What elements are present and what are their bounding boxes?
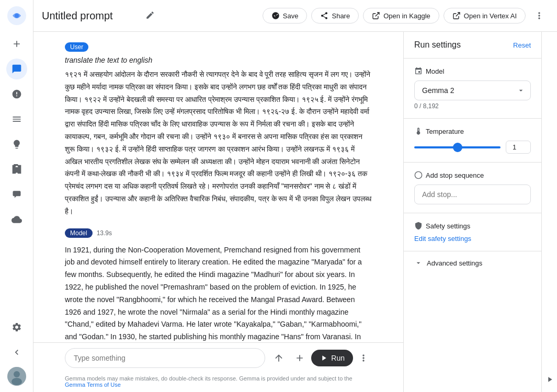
shield-icon — [414, 222, 423, 230]
topbar-more-menu[interactable] — [530, 6, 549, 25]
sidebar-item-new[interactable] — [6, 33, 27, 54]
stop-icon — [414, 171, 423, 179]
open-kaggle-button[interactable]: Open in Kaggle — [363, 8, 439, 24]
run-settings-title: Run settings — [414, 40, 461, 50]
terms-link[interactable]: Gemma Terms of Use — [65, 382, 121, 388]
hindi-body: १९२१ में असहयोग आंदोलन के दौरान सरकारी न… — [65, 68, 372, 218]
svg-point-4 — [12, 378, 22, 385]
right-panel: Run settings Reset Model Gemma 2Gemma 1.… — [403, 32, 541, 392]
messages-scroll[interactable]: User translate the text to english १९२१ … — [33, 32, 403, 342]
content-area: User translate the text to english १९२१ … — [33, 32, 557, 392]
open-vertex-icon — [452, 11, 461, 20]
input-actions: Run — [269, 349, 372, 367]
safety-label: Safety settings — [414, 222, 531, 230]
app-logo[interactable] — [7, 6, 26, 25]
share-icon — [320, 11, 328, 20]
temperature-label: Temperature — [414, 127, 531, 135]
right-panel-expand[interactable] — [541, 32, 557, 392]
topbar-actions: Save Share Open in Kaggle Open in Vertex… — [263, 6, 549, 25]
save-icon — [271, 11, 280, 20]
external-link-icon — [372, 11, 380, 20]
save-button[interactable]: Save — [263, 8, 308, 24]
stop-sequence-section: Add stop sequence — [404, 163, 541, 213]
temperature-control — [414, 141, 531, 154]
sidebar-item-cloud[interactable] — [6, 209, 27, 230]
sidebar — [0, 0, 33, 392]
sidebar-item-chat[interactable] — [6, 59, 27, 79]
page-title: Untitled prompt — [42, 10, 139, 22]
sidebar-item-book[interactable] — [6, 159, 27, 180]
main-area: Untitled prompt Save Share Open in Kaggl… — [33, 0, 557, 392]
input-bar: Run — [33, 342, 403, 373]
chevron-down-icon — [414, 259, 423, 267]
svg-line-5 — [376, 13, 379, 16]
open-vertex-button[interactable]: Open in Vertex AI — [444, 8, 526, 24]
user-message: User translate the text to english १९२१ … — [65, 42, 372, 218]
advanced-settings-toggle[interactable]: Advanced settings — [414, 259, 531, 267]
sidebar-item-chat2[interactable] — [6, 184, 27, 205]
model-message: Model 13.9s In 1921, during the Non-Coop… — [65, 228, 372, 342]
share-button[interactable]: Share — [311, 8, 359, 24]
sidebar-item-warning[interactable] — [6, 84, 27, 105]
svg-point-7 — [415, 171, 422, 178]
svg-line-6 — [456, 13, 459, 16]
user-text: translate the text to english — [65, 56, 372, 64]
user-badge: User — [65, 42, 88, 52]
sidebar-item-lightbulb[interactable] — [6, 134, 27, 155]
english-body: In 1921, during the Non-Cooperation Move… — [65, 244, 372, 342]
expand-icon — [545, 375, 554, 384]
token-count: 0 / 8,192 — [414, 102, 531, 110]
add-content-icon[interactable] — [290, 349, 309, 367]
svg-point-1 — [15, 14, 19, 18]
send-up-icon[interactable] — [269, 349, 288, 367]
svg-point-3 — [14, 371, 20, 377]
chat-input[interactable] — [74, 354, 256, 362]
temperature-icon — [414, 127, 423, 135]
sidebar-settings[interactable] — [6, 317, 27, 338]
model-section: Model Gemma 2Gemma 1.1Gemma 7B 0 / 8,192 — [404, 59, 541, 119]
chat-input-container[interactable] — [65, 348, 265, 368]
model-label: Model — [414, 67, 531, 75]
model-badge-row: Model 13.9s — [65, 228, 372, 238]
advanced-settings-section: Advanced settings — [404, 251, 541, 274]
input-more-menu[interactable] — [355, 350, 372, 366]
topbar: Untitled prompt Save Share Open in Kaggl… — [33, 0, 557, 32]
model-badge: Model — [65, 228, 93, 238]
edit-title-icon[interactable] — [143, 8, 157, 24]
model-select[interactable]: Gemma 2Gemma 1.1Gemma 7B — [414, 80, 531, 100]
run-settings-header: Run settings Reset — [404, 32, 541, 59]
sidebar-item-list[interactable] — [6, 109, 27, 130]
temperature-input[interactable] — [506, 141, 531, 154]
safety-settings-section: Safety settings Edit safety settings — [404, 213, 541, 251]
stop-sequence-label: Add stop sequence — [414, 171, 531, 179]
temperature-section: Temperature — [404, 119, 541, 163]
model-time: 13.9s — [97, 229, 112, 237]
stop-sequence-input[interactable] — [414, 185, 531, 204]
model-icon — [414, 67, 423, 75]
edit-safety-link[interactable]: Edit safety settings — [414, 235, 471, 243]
sidebar-collapse[interactable] — [6, 342, 27, 363]
user-avatar[interactable] — [7, 367, 26, 386]
run-button[interactable]: Run — [311, 350, 353, 366]
prompt-area: User translate the text to english १९२१ … — [33, 32, 403, 392]
reset-button[interactable]: Reset — [513, 41, 531, 49]
temperature-slider[interactable] — [414, 146, 501, 148]
run-icon — [320, 354, 328, 362]
footer-note: Gemma models may make mistakes, do doubl… — [33, 373, 403, 392]
